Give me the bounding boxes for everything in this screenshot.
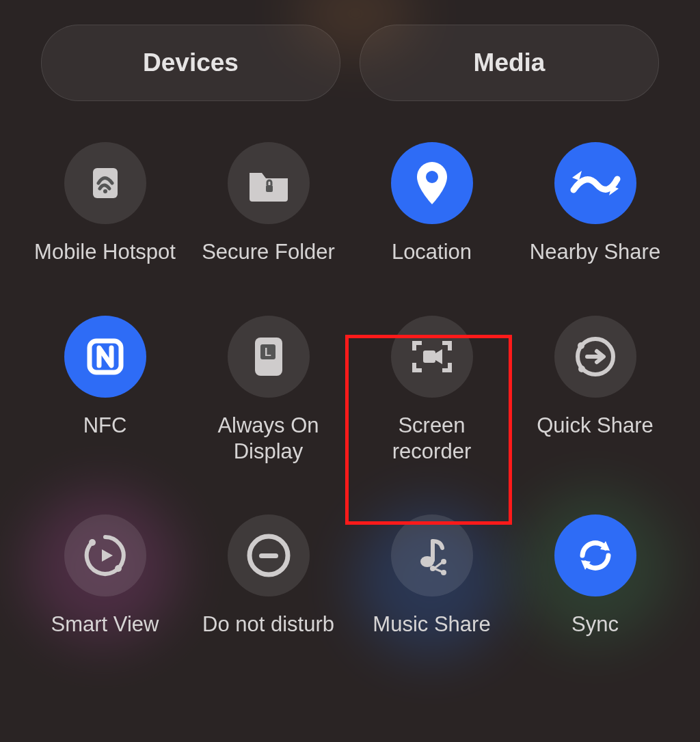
tile-smart-view[interactable]: Smart View bbox=[23, 514, 187, 637]
svg-rect-0 bbox=[93, 168, 118, 198]
svg-point-11 bbox=[578, 366, 585, 372]
tile-nearby-share[interactable]: Nearby Share bbox=[513, 142, 677, 265]
devices-button[interactable]: Devices bbox=[41, 25, 340, 101]
tile-label: Do not disturb bbox=[202, 612, 334, 637]
nearby-share-icon[interactable] bbox=[554, 142, 636, 224]
tile-label: NFC bbox=[83, 413, 127, 439]
tile-secure-folder[interactable]: Secure Folder bbox=[187, 142, 350, 265]
tile-label: Always On Display bbox=[193, 413, 344, 465]
media-label: Media bbox=[474, 49, 546, 77]
tile-label: Nearby Share bbox=[530, 239, 660, 265]
svg-marker-14 bbox=[102, 549, 113, 562]
svg-point-1 bbox=[103, 189, 107, 193]
svg-point-13 bbox=[115, 565, 122, 572]
tile-label: Smart View bbox=[51, 612, 159, 637]
secure-folder-icon[interactable] bbox=[228, 142, 310, 224]
tile-label: Music Share bbox=[373, 612, 490, 637]
svg-point-10 bbox=[578, 342, 584, 349]
tile-mobile-hotspot[interactable]: Mobile Hotspot bbox=[23, 142, 187, 265]
tile-label: Secure Folder bbox=[202, 239, 335, 265]
svg-text:L: L bbox=[265, 346, 271, 358]
aod-icon[interactable]: L bbox=[228, 316, 310, 398]
sync-icon[interactable] bbox=[554, 514, 636, 596]
tile-label: Sync bbox=[571, 612, 619, 637]
screen-recorder-highlight bbox=[345, 335, 512, 525]
svg-point-3 bbox=[426, 171, 438, 183]
nfc-icon[interactable] bbox=[64, 316, 146, 398]
tile-label: Quick Share bbox=[537, 413, 654, 439]
tile-do-not-disturb[interactable]: Do not disturb bbox=[187, 514, 350, 637]
tile-nfc[interactable]: NFC bbox=[23, 316, 187, 465]
hotspot-icon[interactable] bbox=[64, 142, 146, 224]
quick-settings-panel: Devices Media Mobile Hotspot Secure Fold… bbox=[0, 0, 700, 742]
tile-music-share[interactable]: Music Share bbox=[350, 514, 513, 637]
smart-view-icon[interactable] bbox=[64, 514, 146, 596]
tile-always-on-display[interactable]: L Always On Display bbox=[187, 316, 350, 465]
tile-label: Mobile Hotspot bbox=[34, 239, 176, 265]
tile-location[interactable]: Location bbox=[350, 142, 513, 265]
svg-point-12 bbox=[89, 539, 96, 546]
location-icon[interactable] bbox=[391, 142, 473, 224]
svg-point-17 bbox=[420, 556, 434, 567]
tile-quick-share[interactable]: Quick Share bbox=[513, 316, 677, 465]
svg-rect-2 bbox=[266, 185, 273, 192]
quick-share-icon[interactable] bbox=[554, 316, 636, 398]
svg-rect-16 bbox=[259, 553, 278, 558]
tile-label: Location bbox=[392, 239, 472, 265]
devices-label: Devices bbox=[143, 49, 239, 77]
music-share-icon[interactable] bbox=[391, 514, 473, 596]
dnd-icon[interactable] bbox=[228, 514, 310, 596]
tile-sync[interactable]: Sync bbox=[513, 514, 677, 637]
